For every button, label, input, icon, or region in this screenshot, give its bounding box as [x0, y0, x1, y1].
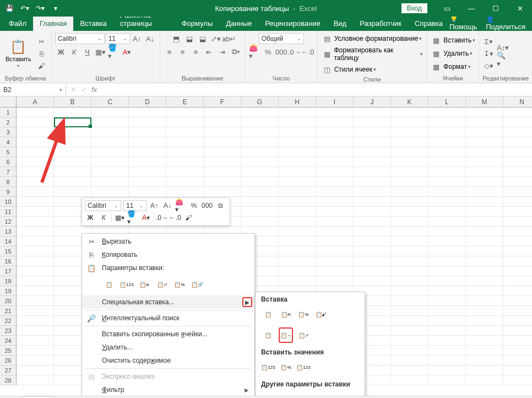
row-header[interactable]: 23 [0, 326, 17, 336]
tellme-button[interactable]: 💡 Помощь [449, 14, 477, 31]
column-header[interactable]: G [241, 96, 279, 107]
cell[interactable] [354, 276, 391, 286]
cell[interactable] [354, 147, 391, 157]
row-header[interactable]: 4 [0, 137, 17, 147]
cell[interactable] [129, 127, 166, 137]
cell[interactable] [354, 137, 391, 147]
cell[interactable] [428, 276, 466, 286]
mt-accounting-icon[interactable]: 👛▾ [175, 200, 186, 211]
cell[interactable] [204, 187, 241, 197]
sub-paste-formulas-icon[interactable]: 📋fx [279, 306, 293, 322]
cell[interactable] [466, 227, 503, 236]
cell[interactable] [391, 316, 428, 326]
cell[interactable] [279, 227, 316, 236]
cell[interactable] [466, 356, 503, 365]
tab-data[interactable]: Данные [219, 17, 258, 31]
row-header[interactable]: 3 [0, 127, 17, 137]
cell[interactable] [279, 246, 316, 256]
cell[interactable] [129, 107, 166, 117]
cell[interactable] [279, 117, 316, 127]
cell[interactable] [241, 137, 279, 147]
row-header[interactable]: 18 [0, 276, 17, 286]
column-header[interactable]: F [204, 96, 241, 107]
cell[interactable] [391, 107, 428, 117]
cell[interactable] [354, 246, 391, 256]
cell[interactable] [466, 276, 503, 286]
cell[interactable] [204, 127, 241, 137]
cell[interactable] [279, 127, 316, 137]
cell[interactable] [503, 177, 532, 187]
cell[interactable] [466, 316, 503, 326]
sub-other-linked-picture-icon[interactable]: 📋🖼 [314, 391, 328, 396]
cell[interactable] [204, 157, 241, 167]
cell[interactable] [316, 167, 354, 177]
column-header[interactable]: N [503, 96, 532, 107]
cell[interactable] [428, 147, 466, 157]
underline-button[interactable]: Ч [82, 46, 94, 57]
cell[interactable] [391, 117, 428, 127]
cell[interactable] [354, 157, 391, 167]
cell[interactable] [17, 266, 54, 276]
sub-paste-source-fmt-icon[interactable]: 📋🖌 [314, 306, 328, 322]
mt-dec-decimal-icon[interactable]: ←.0 [170, 212, 181, 223]
cell[interactable] [279, 187, 316, 197]
clear-icon[interactable]: ◇▾ [482, 60, 495, 71]
cell[interactable] [466, 266, 503, 276]
cell[interactable] [428, 107, 466, 117]
cell[interactable] [503, 326, 532, 336]
percent-icon[interactable]: % [262, 46, 274, 57]
cell[interactable] [166, 187, 204, 197]
cell[interactable] [17, 346, 54, 356]
cell[interactable] [503, 107, 532, 117]
cell[interactable] [428, 336, 466, 346]
minimize-icon[interactable]: ― [459, 0, 484, 17]
cell[interactable] [503, 236, 532, 246]
orientation-icon[interactable]: ⤢▾ [210, 33, 222, 44]
cell[interactable] [503, 346, 532, 356]
cell[interactable] [391, 197, 428, 207]
row-header[interactable]: 1 [0, 107, 17, 117]
column-header[interactable]: D [129, 96, 166, 107]
cell[interactable] [503, 147, 532, 157]
cells-insert-button[interactable]: ▦Вставить▾ [430, 35, 475, 46]
cell[interactable] [354, 207, 391, 217]
cell[interactable] [54, 157, 91, 167]
tab-formulas[interactable]: Формулы [175, 17, 220, 31]
cell[interactable] [466, 117, 503, 127]
cell[interactable] [17, 336, 54, 346]
mt-borders-icon[interactable]: ▦▾ [114, 212, 125, 223]
cell[interactable] [166, 117, 204, 127]
cell[interactable] [129, 157, 166, 167]
tab-home[interactable]: Главная [33, 17, 73, 31]
column-header[interactable]: B [54, 96, 91, 107]
borders-icon[interactable]: ▦▾ [95, 46, 107, 57]
cell[interactable] [316, 236, 354, 246]
mt-format-painter-icon[interactable]: 🖌 [183, 212, 194, 223]
sub-paste-all-icon[interactable]: 📋 [261, 306, 275, 322]
cell[interactable] [279, 266, 316, 276]
sub-values-icon[interactable]: 📋123 [261, 359, 275, 375]
ctx-cut[interactable]: ✂Вырезать [82, 235, 254, 248]
merge-icon[interactable]: ⧉▾ [230, 46, 242, 57]
cell[interactable] [391, 157, 428, 167]
cell[interactable] [391, 227, 428, 236]
select-all-corner[interactable] [0, 96, 17, 107]
confirm-entry-icon[interactable]: ✓ [81, 85, 87, 94]
cell[interactable] [17, 147, 54, 157]
tab-review[interactable]: Рецензирование [258, 17, 327, 31]
tab-help[interactable]: Справка [408, 17, 449, 31]
cell[interactable] [391, 127, 428, 137]
cell[interactable] [466, 177, 503, 187]
paste-all-icon[interactable]: 📋 [102, 277, 116, 292]
cell[interactable] [503, 375, 532, 385]
sub-other-formatting-icon[interactable]: 📋% [261, 391, 275, 396]
indent-decrease-icon[interactable]: ⇤ [203, 46, 215, 57]
find-select-icon[interactable]: 🔍▾ [497, 54, 509, 65]
row-header[interactable]: 5 [0, 147, 17, 157]
cell[interactable] [466, 157, 503, 167]
cell[interactable] [354, 187, 391, 197]
cell[interactable] [354, 127, 391, 137]
cell[interactable] [316, 197, 354, 207]
cell[interactable] [391, 336, 428, 346]
dec-decimal-icon[interactable]: ←.0 [302, 46, 314, 57]
